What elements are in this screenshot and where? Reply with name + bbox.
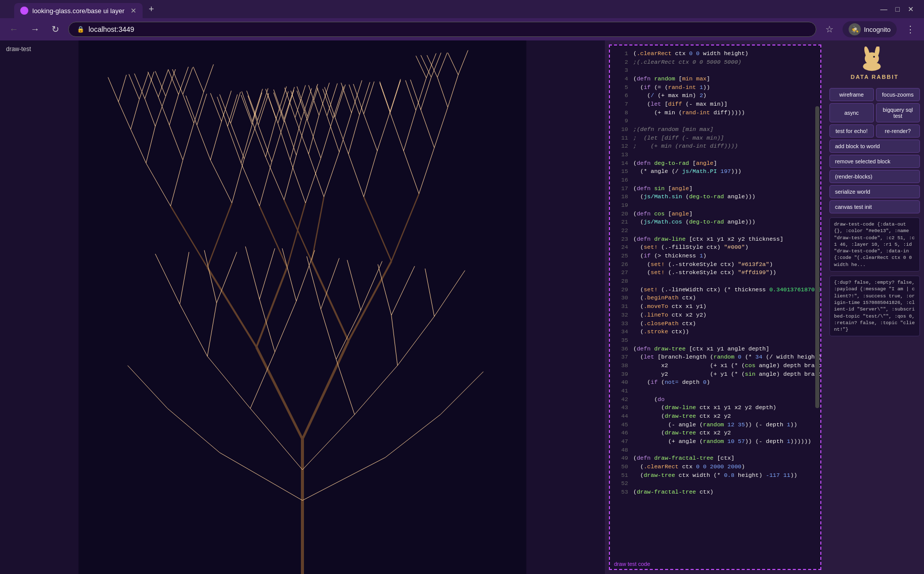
back-button[interactable]: ← bbox=[6, 23, 21, 36]
browser-chrome: looking-glass.core/base ui layer ✕ + — □… bbox=[0, 0, 924, 40]
code-line-6: 6 (/ (+ max min) 2) bbox=[610, 92, 820, 100]
profile-icon: 🕵 bbox=[849, 23, 861, 35]
active-tab[interactable]: looking-glass.core/base ui layer ✕ bbox=[14, 3, 143, 18]
code-line-51: 51 (draw-tree ctx width (* 0.8 height) -… bbox=[610, 471, 820, 480]
code-line-17: 17 (defn sin [angle] bbox=[610, 185, 820, 193]
logo-rabbit-icon bbox=[857, 47, 893, 72]
code-line-48: 48 bbox=[610, 446, 820, 455]
remove-selected-block-button[interactable]: remove selected block bbox=[829, 155, 920, 168]
url-text: localhost:3449 bbox=[89, 25, 134, 33]
code-line-13: 13 bbox=[610, 151, 820, 159]
svg-point-193 bbox=[875, 58, 876, 60]
code-line-5: 5 (if (= (rand-int 1)) bbox=[610, 83, 820, 92]
code-scrollbar-thumb[interactable] bbox=[815, 106, 819, 408]
button-row-2: async bigquery sql test bbox=[829, 103, 920, 122]
code-line-39: 39 y2 (+ y1 (* (sin angle) depth branch-… bbox=[610, 370, 820, 379]
url-bar[interactable]: 🔒 localhost:3449 bbox=[68, 22, 816, 37]
code-line-20: 20 (defn cos [angle] bbox=[610, 210, 820, 218]
code-line-31: 31 (.moveTo ctx x1 y1) bbox=[610, 302, 820, 311]
code-line-40: 40 (if (not= depth 0) bbox=[610, 378, 820, 387]
browser-menu-button[interactable]: ⋮ bbox=[903, 23, 918, 36]
code-line-33: 33 (.closePath ctx) bbox=[610, 320, 820, 328]
code-line-14: 14 (defn deg-to-rad [angle] bbox=[610, 159, 820, 168]
wireframe-button[interactable]: wireframe bbox=[829, 88, 874, 101]
focus-zooms-button[interactable]: focus-zooms bbox=[876, 88, 920, 101]
code-line-30: 30 (.beginPath ctx) bbox=[610, 294, 820, 302]
tab-close-button[interactable]: ✕ bbox=[130, 7, 137, 15]
code-line-43: 43 (draw-line ctx x1 y1 x2 y2 depth) bbox=[610, 404, 820, 412]
code-line-47: 47 (+ angle (random 10 57)) (- depth 1))… bbox=[610, 437, 820, 446]
code-line-18: 18 (js/Math.sin (deg-to-rad angle))) bbox=[610, 193, 820, 201]
close-window-button[interactable]: ✕ bbox=[908, 5, 914, 13]
tab-title: looking-glass.core/base ui layer bbox=[32, 7, 124, 15]
code-panel: 1 (.clearRect ctx 0 0 width height) 2 ;(… bbox=[609, 45, 821, 570]
svg-point-191 bbox=[863, 62, 881, 71]
code-line-23: 23 (defn draw-line [ctx x1 y1 x2 y2 thic… bbox=[610, 235, 820, 244]
canvas-label: draw-test bbox=[6, 46, 31, 53]
profile-button[interactable]: 🕵 Incognito bbox=[843, 21, 897, 37]
async-button[interactable]: async bbox=[829, 103, 874, 122]
profile-label: Incognito bbox=[864, 26, 891, 33]
code-line-38: 38 x2 (+ x1 (* (cos angle) depth branch-… bbox=[610, 362, 820, 370]
code-line-45: 45 (- angle (random 12 35)) (- depth 1)) bbox=[610, 421, 820, 429]
test-for-echo-button[interactable]: test for echo! bbox=[829, 124, 874, 138]
code-line-8: 8 (+ min (rand-int diff))))) bbox=[610, 109, 820, 117]
code-line-32: 32 (.lineTo ctx x2 y2) bbox=[610, 311, 820, 320]
code-line-26: 26 (set! (.-strokeStyle ctx) "#613f2a") bbox=[610, 260, 820, 269]
code-line-53: 53 (draw-fractal-tree ctx) bbox=[610, 488, 820, 497]
code-line-34: 34 (.stroke ctx)) bbox=[610, 328, 820, 336]
svg-point-192 bbox=[873, 56, 875, 58]
code-line-3: 3 bbox=[610, 66, 820, 75]
code-line-44: 44 (draw-tree ctx x2 y2 bbox=[610, 412, 820, 421]
address-bar: ← → ↻ 🔒 localhost:3449 ☆ 🕵 Incognito ⋮ bbox=[0, 18, 924, 40]
code-line-15: 15 (* angle (/ js/Math.PI 197))) bbox=[610, 167, 820, 176]
reload-button[interactable]: ↻ bbox=[49, 23, 62, 36]
tab-favicon bbox=[20, 7, 28, 15]
right-sidebar: DATA RABBIT wireframe focus-zooms async … bbox=[825, 40, 924, 574]
code-line-4: 4 (defn random [min max] bbox=[610, 75, 820, 83]
code-line-37: 37 (let [branch-length (random 0 (* 34 (… bbox=[610, 353, 820, 362]
code-line-41: 41 bbox=[610, 387, 820, 395]
button-row-3: test for echo! re-render? bbox=[829, 124, 920, 138]
code-line-25: 25 (if (> thickness 1) bbox=[610, 252, 820, 260]
window-controls-right: — □ ✕ bbox=[881, 5, 920, 13]
forward-button[interactable]: → bbox=[27, 23, 42, 36]
bigquery-sql-test-button[interactable]: bigquery sql test bbox=[876, 103, 920, 122]
button-row-1: wireframe focus-zooms bbox=[829, 88, 920, 101]
canvas-test-init-button[interactable]: canvas test init bbox=[829, 200, 920, 213]
fractal-tree-canvas bbox=[0, 40, 605, 574]
serialize-world-button[interactable]: serialize world bbox=[829, 185, 920, 198]
code-line-7: 7 (let [diff (- max min)] bbox=[610, 100, 820, 109]
minimize-button[interactable]: — bbox=[881, 5, 888, 13]
tab-bar: looking-glass.core/base ui layer ✕ + — □… bbox=[0, 0, 924, 18]
maximize-button[interactable]: □ bbox=[896, 5, 900, 13]
main-content: draw-test bbox=[0, 40, 924, 574]
code-line-28: 28 bbox=[610, 277, 820, 286]
bookmark-button[interactable]: ☆ bbox=[822, 23, 837, 36]
code-scrollbar[interactable] bbox=[815, 56, 819, 559]
canvas-area: draw-test bbox=[0, 40, 605, 574]
logo-text: DATA RABBIT bbox=[851, 74, 899, 80]
code-line-10: 10 ;(defn random [min max] bbox=[610, 125, 820, 134]
code-line-16: 16 bbox=[610, 176, 820, 185]
lock-icon: 🔒 bbox=[77, 26, 84, 33]
code-panel-label: draw test code bbox=[614, 561, 650, 567]
code-line-27: 27 (set! (.-strokeStyle ctx) "#ffd199")) bbox=[610, 269, 820, 277]
code-line-46: 46 (draw-tree ctx x2 y2 bbox=[610, 429, 820, 437]
render-blocks-button[interactable]: (render-blocks) bbox=[829, 170, 920, 183]
code-line-24: 24 (set! (.-fillStyle ctx) "#000") bbox=[610, 243, 820, 252]
code-line-49: 49 (defn draw-fractal-tree [ctx] bbox=[610, 454, 820, 463]
logo-area: DATA RABBIT bbox=[829, 47, 920, 80]
add-block-to-world-button[interactable]: add block to world bbox=[829, 140, 920, 153]
code-info-panel-1: draw-test-code {:data-out {}, :color "#e… bbox=[829, 217, 920, 272]
new-tab-button[interactable]: + bbox=[145, 3, 158, 16]
code-line-2: 2 ;(.clearRect ctx 0 0 5000 5000) bbox=[610, 58, 820, 67]
code-line-19: 19 bbox=[610, 201, 820, 210]
code-content: 1 (.clearRect ctx 0 0 width height) 2 ;(… bbox=[610, 46, 820, 569]
code-line-12: 12 ; (+ min (rand-int diff)))) bbox=[610, 142, 820, 151]
code-line-22: 22 bbox=[610, 227, 820, 235]
re-render-button[interactable]: re-render? bbox=[876, 124, 920, 138]
code-line-42: 42 (do bbox=[610, 395, 820, 404]
code-line-50: 50 (.clearRect ctx 0 0 2000 2000) bbox=[610, 463, 820, 471]
code-line-9: 9 bbox=[610, 117, 820, 125]
